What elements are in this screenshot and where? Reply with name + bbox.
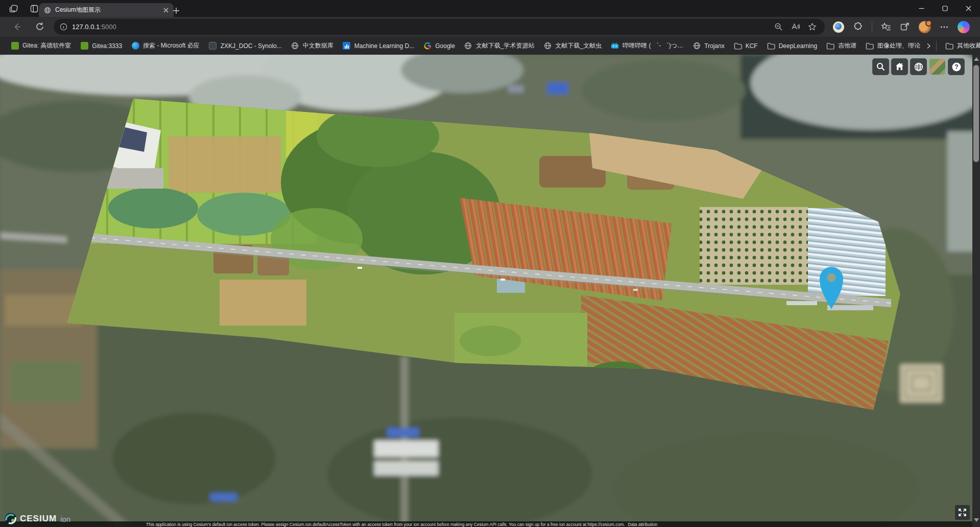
- satellite-scene: [0, 55, 980, 527]
- data-attribution-link[interactable]: Data attribution: [628, 522, 658, 527]
- bookmarks-divider: [936, 41, 937, 51]
- new-tab-button[interactable]: [170, 4, 183, 17]
- window-close-button[interactable]: [957, 0, 980, 17]
- window-maximize-button[interactable]: [933, 0, 957, 17]
- scrollbar-up-arrow-icon[interactable]: [974, 57, 979, 61]
- window-minimize-button[interactable]: [910, 0, 933, 17]
- tab-favicon-globe-icon: [44, 7, 51, 14]
- bookmark-folder-deeplearning[interactable]: DeepLearning: [762, 40, 822, 52]
- globe-icon: [464, 42, 472, 50]
- home-view-button[interactable]: [891, 58, 908, 75]
- bookmark-google[interactable]: Google: [419, 40, 460, 52]
- bookmark-folder-guitar[interactable]: 吉他谱: [822, 39, 861, 52]
- bookmark-gitea-gaode[interactable]: Gitea: 高德软件室: [6, 39, 76, 52]
- url-host: 127.0.0.1: [72, 23, 100, 31]
- base-layer-picker-button[interactable]: [929, 58, 946, 75]
- bookmark-bilibili[interactable]: 哔哩哔哩 ( ゜- ゜)つ…: [606, 39, 688, 52]
- refresh-icon[interactable]: [35, 22, 44, 32]
- favorites-list-icon[interactable]: [881, 22, 891, 32]
- globe-icon: [544, 42, 552, 50]
- share-icon[interactable]: [900, 22, 910, 32]
- default-token-warning: This application is using Cesium's defau…: [0, 522, 625, 527]
- address-bar[interactable]: 127.0.0.1:5000: [54, 19, 825, 35]
- bookmark-zxkj-doc[interactable]: ZXKJ_DOC - Synolo...: [204, 40, 286, 52]
- profile-notification-dot: [925, 20, 932, 27]
- bookmark-chinese-database[interactable]: 中文数据库: [286, 39, 338, 52]
- profile-avatar[interactable]: [919, 21, 931, 33]
- cesium-ion-logo[interactable]: CESIUM ion: [4, 512, 70, 525]
- read-aloud-icon[interactable]: [791, 22, 800, 31]
- bookmarks-overflow-chevron-icon[interactable]: [925, 42, 932, 50]
- fullscreen-button[interactable]: [955, 505, 970, 520]
- bookmark-trojanx[interactable]: Trojanx: [688, 40, 729, 52]
- copilot-icon[interactable]: [958, 21, 970, 33]
- active-tab[interactable]: Cesium地图展示: [39, 3, 174, 17]
- bookmark-folder-other-favorites[interactable]: 其他收藏夹: [941, 39, 980, 52]
- url-port: :5000: [100, 23, 116, 31]
- tab-close-icon[interactable]: [163, 8, 169, 13]
- globe-icon: [291, 42, 299, 50]
- translate-extension-icon[interactable]: [833, 21, 844, 33]
- tab-title: Cesium地图展示: [55, 6, 159, 14]
- scrollbar-thumb[interactable]: [973, 65, 979, 162]
- gitea-icon: [80, 42, 88, 50]
- chart-icon: [343, 42, 351, 50]
- synology-icon: [209, 42, 217, 50]
- page-scrollbar[interactable]: [972, 55, 980, 527]
- cesium-credit-bar: This application is using Cesium's defau…: [0, 521, 972, 527]
- url-text[interactable]: 127.0.0.1:5000: [72, 23, 774, 31]
- cesium-logo-text: CESIUM: [20, 514, 57, 524]
- geocoder-search-button[interactable]: [872, 58, 889, 75]
- bookmark-literature-bug[interactable]: 文献下载_文献虫: [539, 39, 607, 52]
- extensions-puzzle-icon[interactable]: [853, 22, 863, 32]
- back-icon[interactable]: [12, 22, 22, 32]
- help-button[interactable]: ?: [948, 58, 965, 75]
- folder-icon: [866, 42, 874, 50]
- scene-mode-globe-button[interactable]: [910, 58, 927, 75]
- bookmark-folder-kcf[interactable]: KCF: [729, 40, 762, 52]
- settings-menu-icon[interactable]: [940, 22, 949, 32]
- bookmark-bing-search[interactable]: 搜索 - Microsoft 必应: [127, 39, 204, 52]
- gitea-icon: [11, 42, 19, 50]
- browser-tab-bar: Cesium地图展示: [0, 0, 980, 17]
- bookmark-gitea-3333[interactable]: Gitea:3333: [76, 40, 127, 52]
- toolbar-divider: [872, 22, 872, 32]
- globe-icon: [692, 42, 701, 50]
- folder-icon: [734, 42, 742, 50]
- bookmark-machine-learning[interactable]: Machine Learning D...: [338, 40, 419, 52]
- site-info-icon[interactable]: [60, 23, 67, 31]
- google-icon: [423, 42, 432, 50]
- cesium-toolbar: ?: [872, 58, 965, 75]
- cesium-logo-ion: ion: [60, 515, 70, 523]
- svg-text:?: ?: [954, 63, 958, 71]
- bookmark-folder-image-processing[interactable]: 图像处理、理论: [861, 39, 925, 52]
- folder-icon: [767, 42, 775, 50]
- scrollbar-down-arrow-icon[interactable]: [974, 518, 979, 522]
- cesium-map-viewport[interactable]: ? CESIUM ion This application is using C…: [0, 55, 980, 527]
- favorite-star-icon[interactable]: [808, 22, 817, 31]
- zoom-out-icon[interactable]: [774, 22, 783, 31]
- folder-icon: [826, 42, 834, 50]
- bilibili-icon: [611, 42, 619, 50]
- folder-icon: [945, 42, 953, 50]
- bookmarks-bar: Gitea: 高德软件室 Gitea:3333 搜索 - Microsoft 必…: [0, 37, 980, 55]
- bookmark-literature-site[interactable]: 文献下载_学术资源站: [460, 39, 539, 52]
- cesium-logo-icon: [4, 512, 17, 525]
- browser-toolbar: 127.0.0.1:5000: [0, 17, 980, 37]
- workspaces-icon[interactable]: [7, 2, 20, 15]
- bing-icon: [131, 42, 139, 50]
